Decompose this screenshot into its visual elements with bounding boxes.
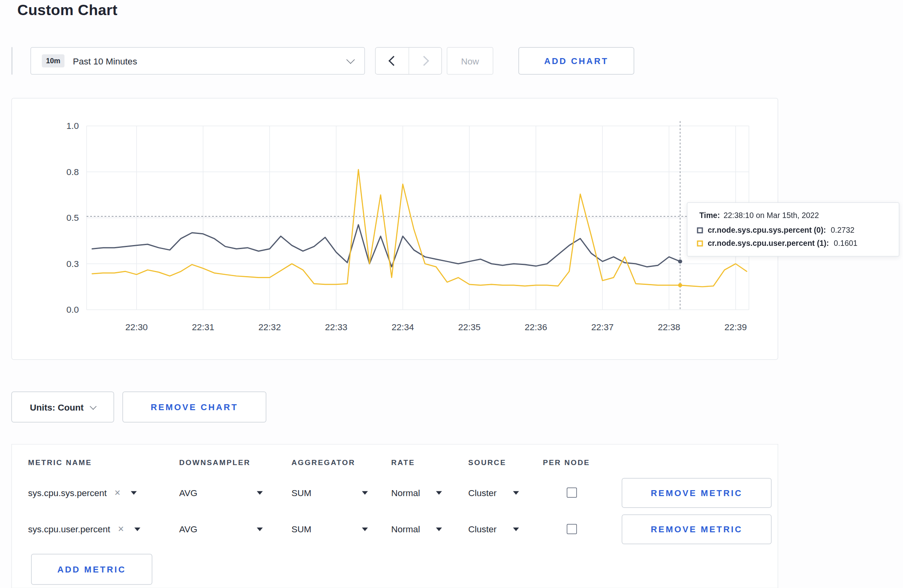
x-axis-label: 22:32: [258, 322, 281, 332]
clear-metric-icon[interactable]: ×: [118, 524, 124, 534]
metric-name-select[interactable]: sys.cpu.user.percent ×: [28, 524, 180, 534]
tooltip-time-row: Time:22:38:10 on Mar 15th, 2022: [697, 211, 889, 220]
caret-down-icon: [257, 527, 263, 531]
rate-value: Normal: [391, 488, 420, 498]
chart-tooltip: Time:22:38:10 on Mar 15th, 2022 cr.node.…: [687, 202, 899, 257]
series-sys-swatch-icon: [697, 227, 703, 233]
metrics-chart[interactable]: 0.00.30.50.81.022:3022:3122:3222:3322:34…: [12, 99, 778, 360]
caret-down-icon[interactable]: [134, 527, 140, 531]
downsampler-select[interactable]: AVG: [179, 524, 263, 534]
caret-down-icon: [362, 527, 368, 531]
header-rate: RATE: [391, 458, 469, 467]
toolbar-divider: [12, 47, 13, 75]
time-range-label: Past 10 Minutes: [73, 56, 348, 66]
per-node-checkbox[interactable]: [567, 488, 577, 498]
x-axis-label: 22:37: [591, 322, 614, 332]
x-axis-label: 22:35: [458, 322, 481, 332]
units-label: Units: Count: [30, 402, 84, 412]
metrics-table: METRIC NAME DOWNSAMPLER AGGREGATOR RATE …: [12, 444, 778, 588]
tooltip-series-user-value: 0.1601: [834, 239, 858, 248]
chevron-left-icon: [388, 56, 398, 66]
next-time-button[interactable]: [408, 48, 442, 74]
metric-name[interactable]: sys.cpu.user.percent: [28, 524, 110, 534]
metric-row: sys.cpu.sys.percent × AVG SUM Normal: [28, 475, 778, 511]
aggregator-value: SUM: [291, 488, 311, 498]
rate-select[interactable]: Normal: [391, 488, 442, 498]
chevron-down-icon: [90, 403, 96, 409]
downsampler-value: AVG: [179, 524, 197, 534]
caret-down-icon: [436, 491, 442, 495]
remove-metric-button[interactable]: REMOVE METRIC: [622, 478, 772, 508]
x-axis-label: 22:33: [325, 322, 347, 332]
x-axis-label: 22:31: [192, 322, 214, 332]
time-range-badge: 10m: [42, 55, 64, 68]
source-select[interactable]: Cluster: [468, 524, 519, 534]
header-source: SOURCE: [468, 458, 543, 467]
caret-down-icon[interactable]: [131, 491, 137, 495]
chevron-down-icon: [346, 55, 355, 64]
y-axis-label: 0.3: [66, 259, 79, 269]
now-button[interactable]: Now: [447, 47, 493, 75]
aggregator-value: SUM: [291, 524, 311, 534]
downsampler-select[interactable]: AVG: [179, 488, 263, 498]
tooltip-time-label: Time:: [700, 211, 720, 220]
header-downsampler: DOWNSAMPLER: [179, 458, 291, 467]
caret-down-icon: [436, 527, 442, 531]
caret-down-icon: [362, 491, 368, 495]
toolbar: 10m Past 10 Minutes Now ADD CHART: [12, 47, 635, 75]
y-axis-label: 0.0: [66, 305, 79, 315]
y-axis-label: 1.0: [66, 121, 79, 131]
rate-select[interactable]: Normal: [391, 524, 442, 534]
metric-name[interactable]: sys.cpu.sys.percent: [28, 488, 107, 498]
caret-down-icon: [513, 527, 519, 531]
source-value: Cluster: [468, 488, 496, 498]
y-axis-label: 0.8: [66, 167, 79, 177]
caret-down-icon: [513, 491, 519, 495]
x-axis-label: 22:38: [658, 322, 680, 332]
aggregator-select[interactable]: SUM: [291, 488, 368, 498]
series-line-1: [92, 169, 747, 287]
aggregator-select[interactable]: SUM: [291, 524, 368, 534]
source-select[interactable]: Cluster: [468, 488, 519, 498]
units-dropdown[interactable]: Units: Count: [12, 391, 114, 423]
units-bar: Units: Count REMOVE CHART: [12, 391, 267, 423]
add-metric-button[interactable]: ADD METRIC: [31, 554, 152, 585]
header-metric-name: METRIC NAME: [28, 458, 180, 467]
remove-chart-button[interactable]: REMOVE CHART: [123, 391, 267, 423]
tooltip-series-sys-label: cr.node.sys.cpu.sys.percent (0):: [708, 226, 826, 235]
downsampler-value: AVG: [179, 488, 197, 498]
header-per-node: PER NODE: [543, 458, 622, 467]
metric-row: sys.cpu.user.percent × AVG SUM Normal: [28, 511, 778, 547]
header-aggregator: AGGREGATOR: [291, 458, 391, 467]
series-user-swatch-icon: [697, 240, 703, 246]
metric-name-select[interactable]: sys.cpu.sys.percent ×: [28, 488, 180, 498]
x-axis-label: 22:30: [125, 322, 148, 332]
metrics-table-header: METRIC NAME DOWNSAMPLER AGGREGATOR RATE …: [28, 451, 778, 475]
tooltip-series-user-label: cr.node.sys.cpu.user.percent (1):: [708, 239, 829, 248]
page-title: Custom Chart: [18, 1, 118, 19]
tooltip-time-value: 22:38:10 on Mar 15th, 2022: [723, 211, 819, 220]
source-value: Cluster: [468, 524, 496, 534]
crosshair-dot: [678, 259, 682, 263]
chart-card: 0.00.30.50.81.022:3022:3122:3222:3322:34…: [12, 98, 778, 360]
caret-down-icon: [257, 491, 263, 495]
time-pager: [375, 47, 442, 75]
x-axis-label: 22:36: [525, 322, 547, 332]
custom-chart-page: Custom Chart 10m Past 10 Minutes Now ADD…: [0, 0, 903, 588]
tooltip-series-sys-row: cr.node.sys.cpu.sys.percent (0): 0.2732: [697, 226, 889, 235]
x-axis-label: 22:39: [724, 322, 747, 332]
tooltip-series-sys-value: 0.2732: [831, 226, 854, 235]
add-chart-button[interactable]: ADD CHART: [518, 47, 634, 75]
tooltip-series-user-row: cr.node.sys.cpu.user.percent (1): 0.1601: [697, 239, 889, 248]
rate-value: Normal: [391, 524, 420, 534]
prev-time-button[interactable]: [376, 48, 409, 74]
series-line-0: [92, 225, 680, 267]
clear-metric-icon[interactable]: ×: [115, 488, 121, 498]
chevron-right-icon: [419, 56, 429, 66]
remove-metric-button[interactable]: REMOVE METRIC: [622, 514, 772, 544]
per-node-checkbox[interactable]: [567, 524, 577, 534]
y-axis-label: 0.5: [66, 213, 79, 223]
time-range-dropdown[interactable]: 10m Past 10 Minutes: [31, 47, 365, 75]
x-axis-label: 22:34: [391, 322, 414, 332]
crosshair-dot: [678, 283, 682, 287]
